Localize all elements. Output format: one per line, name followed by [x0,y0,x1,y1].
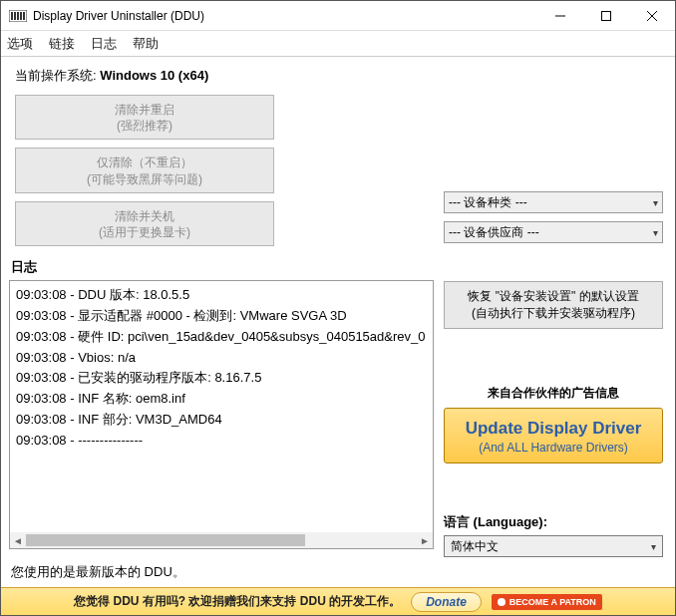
clean-restart-button[interactable]: 清除并重启 (强烈推荐) [15,95,274,140]
minimize-button[interactable] [537,1,583,31]
window-title: Display Driver Uninstaller (DDU) [33,9,537,23]
clean-restart-label: 清除并重启 [16,102,273,118]
log-line: 09:03:08 - INF 名称: oem8.inf [16,389,427,410]
right-pane: --- 设备种类 --- ▾ --- 设备供应商 --- ▾ 恢复 "设备安装设… [434,67,663,557]
log-line: 09:03:08 - 硬件 ID: pci\ven_15ad&dev_0405&… [16,327,427,348]
language-value: 简体中文 [451,538,499,555]
log-label: 日志 [11,258,434,276]
clean-shutdown-label: 清除并关机 [16,208,273,224]
menubar: 选项 链接 日志 帮助 [1,31,675,57]
language-select[interactable]: 简体中文 ▾ [444,535,663,557]
content: 当前操作系统: Windows 10 (x64) 清除并重启 (强烈推荐) 仅清… [1,57,675,557]
chevron-down-icon: ▾ [653,227,658,238]
log-line: 09:03:08 - 显示适配器 #0000 - 检测到: VMware SVG… [16,306,427,327]
update-driver-title: Update Display Driver [451,419,656,439]
ad-label: 来自合作伙伴的广告信息 [444,385,663,402]
restore-hint: (自动执行下载并安装驱动程序) [449,305,658,322]
window-buttons [537,1,675,31]
svg-rect-2 [14,12,16,20]
close-button[interactable] [629,1,675,31]
svg-rect-3 [17,12,19,20]
svg-rect-7 [602,11,611,20]
horizontal-scrollbar[interactable]: ◄ ► [10,532,433,548]
scroll-right-icon[interactable]: ► [417,532,433,548]
spacer [444,67,663,191]
os-label: 当前操作系统: [15,68,97,83]
restore-label: 恢复 "设备安装设置" 的默认设置 [449,288,658,305]
clean-restart-hint: (强烈推荐) [16,118,273,134]
clean-shutdown-hint: (适用于更换显卡) [16,224,273,240]
log-box: 09:03:08 - DDU 版本: 18.0.5.509:03:08 - 显示… [9,280,434,549]
update-driver-button[interactable]: Update Display Driver (And ALL Hardware … [444,408,663,463]
footer: 您觉得 DDU 有用吗? 欢迎捐赠我们来支持 DDU 的开发工作。 Donate… [1,587,675,615]
left-pane: 当前操作系统: Windows 10 (x64) 清除并重启 (强烈推荐) 仅清… [9,67,434,557]
clean-shutdown-button[interactable]: 清除并关机 (适用于更换显卡) [15,201,274,246]
restore-defaults-button[interactable]: 恢复 "设备安装设置" 的默认设置 (自动执行下载并安装驱动程序) [444,281,663,329]
log-line: 09:03:08 - Vbios: n/a [16,348,427,369]
scroll-track[interactable] [26,532,417,548]
chevron-down-icon: ▾ [651,541,656,552]
menu-links[interactable]: 链接 [49,35,75,53]
os-line: 当前操作系统: Windows 10 (x64) [15,67,434,85]
maximize-button[interactable] [583,1,629,31]
svg-rect-1 [11,12,13,20]
os-value: Windows 10 (x64) [100,68,208,83]
update-driver-subtitle: (And ALL Hardware Drivers) [451,441,656,455]
vendor-select[interactable]: --- 设备供应商 --- ▾ [444,221,663,243]
language-label: 语言 (Language): [444,513,663,531]
status-line: 您使用的是最新版本的 DDU。 [1,557,675,587]
app-icon [9,9,27,23]
clean-only-button[interactable]: 仅清除（不重启） (可能导致黑屏等问题) [15,148,274,192]
log-line: 09:03:08 - INF 部分: VM3D_AMD64 [16,410,427,431]
menu-help[interactable]: 帮助 [133,35,159,53]
footer-text: 您觉得 DDU 有用吗? 欢迎捐赠我们来支持 DDU 的开发工作。 [74,593,401,610]
scroll-left-icon[interactable]: ◄ [10,532,26,548]
menu-options[interactable]: 选项 [7,35,33,53]
log-line: 09:03:08 - --------------- [16,431,427,452]
patron-button[interactable]: BECOME A PATRON [492,594,602,610]
svg-rect-4 [20,12,22,20]
vendor-value: --- 设备供应商 --- [449,224,539,241]
patron-label: BECOME A PATRON [509,597,596,607]
log-lines: 09:03:08 - DDU 版本: 18.0.5.509:03:08 - 显示… [10,281,433,532]
device-type-select[interactable]: --- 设备种类 --- ▾ [444,191,663,213]
svg-rect-5 [23,12,25,20]
donate-button[interactable]: Donate [411,592,482,612]
log-line: 09:03:08 - 已安装的驱动程序版本: 8.16.7.5 [16,368,427,389]
device-type-value: --- 设备种类 --- [449,194,527,211]
clean-only-label: 仅清除（不重启） [16,154,273,170]
patron-icon [498,598,506,606]
log-line: 09:03:08 - DDU 版本: 18.0.5.5 [16,285,427,306]
clean-only-hint: (可能导致黑屏等问题) [16,171,273,187]
menu-logs[interactable]: 日志 [91,35,117,53]
scroll-thumb[interactable] [26,534,305,546]
titlebar: Display Driver Uninstaller (DDU) [1,1,675,31]
chevron-down-icon: ▾ [653,197,658,208]
